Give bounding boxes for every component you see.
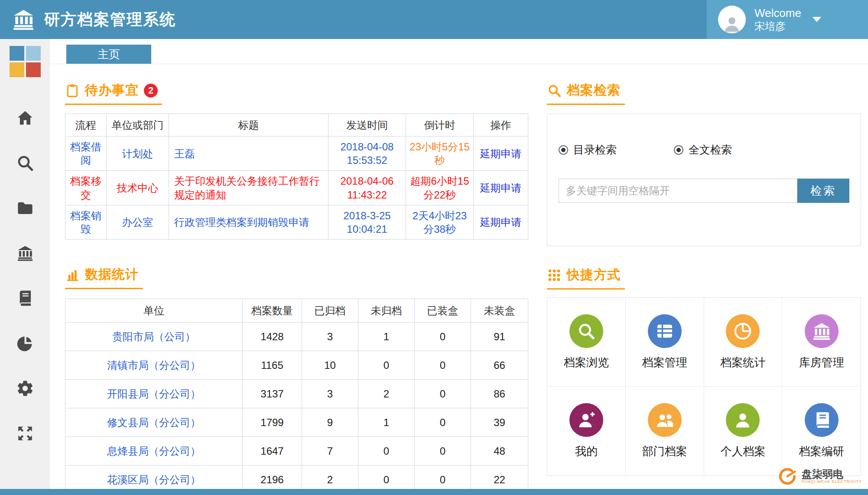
- shortcut-section-header: 快捷方式: [547, 266, 625, 290]
- stats-row: 开阳县局（分公司）313732086: [65, 380, 528, 408]
- stats-value: 3137: [243, 380, 302, 408]
- todo-header-row: 流程 单位或部门 标题 发送时间 倒计时 操作: [65, 114, 528, 137]
- todo-action-link[interactable]: 延期申请: [474, 171, 528, 205]
- stats-value: 0: [358, 351, 415, 380]
- shortcut-item[interactable]: 档案浏览: [547, 298, 626, 387]
- stats-row: 贵阳市局（公司）142831091: [65, 322, 528, 351]
- radio-icon: [559, 145, 568, 155]
- shortcut-item[interactable]: 我的: [547, 387, 626, 475]
- sidebar-item-fullscreen[interactable]: [15, 424, 35, 443]
- shortcut-label: 档案统计: [720, 355, 765, 370]
- stats-header-row: 单位 档案数量 已归档 未归档 已装盒 未装盒: [65, 299, 528, 322]
- keyword-input[interactable]: [559, 179, 797, 203]
- stats-value: 1799: [243, 408, 302, 437]
- todo-process-link[interactable]: 档案销毁: [65, 205, 107, 239]
- shortcut-label: 档案浏览: [564, 355, 609, 370]
- stats-row: 修文县局（分公司）179991039: [65, 408, 528, 437]
- todo-send-time: 2018-04-06 11:43:22: [328, 171, 406, 205]
- todo-subject-link[interactable]: 王磊: [169, 137, 328, 171]
- todo-countdown: 2天4小时23分38秒: [406, 205, 474, 239]
- stats-value: 7: [302, 437, 358, 466]
- shortcut-label: 个人档案: [720, 444, 765, 459]
- radio-option-fulltext[interactable]: 全文检索: [674, 143, 732, 157]
- stats-value: 39: [471, 408, 528, 437]
- pie-icon: [726, 314, 760, 348]
- sidebar-nav: [0, 108, 50, 443]
- radio-label: 目录检索: [573, 143, 617, 157]
- app-window: 研方档案管理系统 Welcome 宋培彦: [0, 0, 868, 495]
- todo-send-time: 2018-04-08 15:53:52: [328, 137, 406, 171]
- todo-section: 待办事宜 2 流程 单位或部门 标题 发送时间 倒计时 操: [65, 81, 528, 240]
- stats-row: 清镇市局（分公司）1165100066: [65, 351, 528, 380]
- stats-value: 0: [358, 437, 415, 466]
- watermark-name: 盘柒弱电: [802, 469, 862, 480]
- shortcut-item[interactable]: 档案管理: [626, 298, 704, 387]
- stats-unit-link[interactable]: 贵阳市局（公司）: [65, 322, 243, 351]
- todo-row: 档案移交技术中心关于印发机关公务接待工作暂行规定的通知2018-04-06 11…: [65, 171, 528, 205]
- todo-col-header: 操作: [474, 114, 528, 137]
- todo-countdown: 超期6小时15分22秒: [406, 171, 474, 205]
- stats-unit-link[interactable]: 清镇市局（分公司）: [65, 351, 243, 380]
- shortcut-item[interactable]: 个人档案: [704, 387, 783, 475]
- search-button[interactable]: 检索: [797, 179, 849, 203]
- stats-value: 48: [471, 437, 528, 466]
- stats-value: 86: [471, 380, 528, 408]
- bar-chart-icon: [65, 267, 80, 282]
- gear-icon: [16, 379, 34, 397]
- stats-value: 1165: [243, 351, 302, 380]
- todo-dept: 办公室: [107, 205, 169, 239]
- person-plus-icon: [569, 403, 603, 437]
- sidebar-item-home[interactable]: [15, 108, 35, 127]
- todo-action-link[interactable]: 延期申请: [474, 137, 528, 171]
- search-title: 档案检索: [567, 81, 621, 99]
- shortcut-item[interactable]: 部门档案: [626, 387, 704, 475]
- bank-icon: [805, 314, 839, 348]
- bank-logo-icon: [11, 7, 36, 32]
- stats-unit-link[interactable]: 息烽县局（分公司）: [65, 437, 243, 466]
- stats-value: 3: [302, 322, 358, 351]
- stats-value: 66: [471, 351, 528, 380]
- search-panel: 目录检索 全文检索 检索: [547, 114, 861, 246]
- todo-subject-link[interactable]: 关于印发机关公务接待工作暂行规定的通知: [169, 171, 328, 205]
- todo-section-header: 待办事宜 2: [65, 81, 162, 105]
- todo-action-link[interactable]: 延期申请: [474, 205, 528, 239]
- stats-value: 0: [415, 437, 471, 466]
- shortcut-grid: 档案浏览档案管理档案统计库房管理我的部门档案个人档案档案编研: [547, 297, 861, 476]
- stats-table-body: 贵阳市局（公司）142831091清镇市局（分公司）1165100066开阳县局…: [65, 322, 528, 494]
- sidebar-item-settings[interactable]: [15, 379, 35, 398]
- stats-value: 1647: [243, 437, 302, 466]
- todo-col-header: 发送时间: [328, 114, 406, 137]
- todo-subject-link[interactable]: 行政管理类档案到期销毁申请: [169, 205, 328, 239]
- sidebar-item-search[interactable]: [15, 153, 35, 173]
- stats-col-header: 已归档: [302, 299, 358, 322]
- todo-row: 档案销毁办公室行政管理类档案到期销毁申请2018-3-25 10:04:212天…: [65, 205, 528, 239]
- sidebar-item-archives[interactable]: [15, 199, 35, 218]
- app-title: 研方档案管理系统: [44, 9, 176, 30]
- sidebar-item-research[interactable]: [15, 289, 35, 308]
- radio-option-catalog[interactable]: 目录检索: [559, 143, 617, 157]
- todo-process-link[interactable]: 档案移交: [65, 171, 107, 205]
- main-area: 主页 待办事宜 2: [50, 39, 868, 495]
- shortcut-item[interactable]: 档案统计: [704, 298, 783, 387]
- todo-process-link[interactable]: 档案借阅: [65, 137, 107, 171]
- shortcut-label: 部门档案: [642, 444, 687, 459]
- tab-home[interactable]: 主页: [66, 45, 151, 64]
- todo-count-badge: 2: [144, 84, 158, 98]
- radio-label: 全文检索: [689, 143, 732, 157]
- stats-title: 数据统计: [85, 266, 139, 283]
- chevron-down-icon: [813, 17, 821, 22]
- todo-title: 待办事宜: [85, 81, 139, 99]
- sidebar-item-statistics[interactable]: [15, 334, 35, 353]
- todo-table-body: 档案借阅计划处王磊2018-04-08 15:53:5223小时5分15秒延期申…: [65, 137, 528, 240]
- magnifier-icon: [569, 314, 603, 348]
- shortcut-item[interactable]: 库房管理: [782, 298, 861, 387]
- stats-unit-link[interactable]: 开阳县局（分公司）: [65, 380, 243, 408]
- stats-table: 单位 档案数量 已归档 未归档 已装盒 未装盒 贵阳市局（公司）14283109…: [65, 299, 528, 494]
- shortcut-item[interactable]: 档案编研: [782, 387, 861, 475]
- user-menu[interactable]: Welcome 宋培彦: [707, 0, 868, 39]
- right-column: 档案检索 目录检索 全文检索: [547, 81, 861, 494]
- stats-unit-link[interactable]: 修文县局（分公司）: [65, 408, 243, 437]
- sidebar-item-repository[interactable]: [15, 244, 35, 263]
- todo-row: 档案借阅计划处王磊2018-04-08 15:53:5223小时5分15秒延期申…: [65, 137, 528, 171]
- search-title-icon: [547, 83, 562, 98]
